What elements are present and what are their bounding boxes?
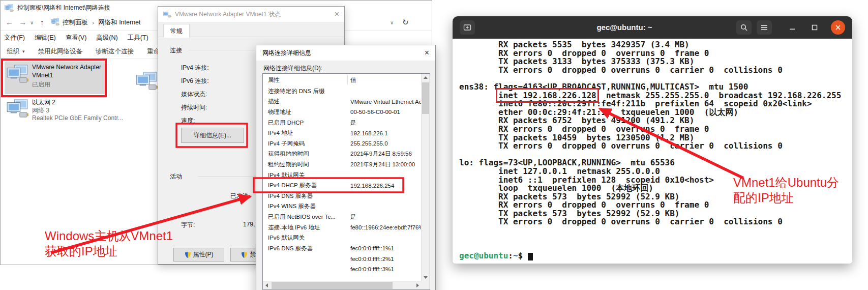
details-property: 获得租约的时间: [263, 150, 350, 158]
terminal-line: [459, 235, 852, 244]
details-row[interactable]: fec0:0:0:ffff::2%1: [263, 254, 421, 265]
close-icon[interactable]: ×: [425, 48, 429, 57]
details-property: 物理地址: [263, 108, 350, 116]
search-icon: [740, 24, 748, 32]
menu-button[interactable]: [757, 20, 772, 35]
details-row[interactable]: 连接-本地 IPv6 地址fe80::1966:24ee:ebdf:7f76%6: [263, 222, 421, 233]
details-button-label: 详细信息(E)...: [194, 131, 231, 140]
details-value: 是: [350, 213, 421, 221]
dialog-titlebar: 网络连接详细信息 ×: [256, 45, 435, 61]
search-button[interactable]: [736, 20, 752, 35]
menu-item[interactable]: 文件(F): [4, 34, 25, 42]
menu-item[interactable]: 查看(V): [66, 34, 87, 42]
menu-item[interactable]: 工具(T): [128, 34, 148, 42]
tab-strip: 常规: [158, 22, 344, 37]
details-value: fec0:0:0:ffff::1%1: [350, 245, 421, 251]
horizontal-scrollbar[interactable]: [263, 281, 422, 289]
details-property: 描述: [263, 98, 350, 105]
terminal-title: gec@ubuntu: ~: [524, 16, 725, 39]
details-row[interactable]: 连接特定的 DNS 后缀: [263, 86, 421, 97]
adapter-plug-icon: [163, 11, 171, 18]
sent-label: 已发送: [230, 192, 249, 200]
uac-shield-icon: [241, 251, 248, 258]
tab-general[interactable]: 常规: [163, 24, 190, 38]
toolbar-item[interactable]: 诊断这个连接: [96, 47, 134, 56]
details-row[interactable]: IPv4 DHCP 服务器192.168.226.254: [263, 180, 421, 191]
scroll-left-icon[interactable]: [265, 283, 268, 287]
details-row[interactable]: IPv4 子网掩码255.255.255.0: [263, 138, 421, 149]
close-icon[interactable]: ×: [335, 10, 339, 19]
organize-button[interactable]: 组织: [7, 47, 19, 56]
details-button[interactable]: 详细信息(E)...: [181, 128, 244, 143]
back-icon[interactable]: ←: [6, 18, 13, 26]
adapter-name[interactable]: 以太网 2: [32, 98, 55, 107]
breadcrumb-item-control-panel[interactable]: 控制面板: [63, 18, 88, 27]
details-value: 2021年9月24日 8:59:56: [350, 150, 421, 158]
details-value: 192.168.226.254: [350, 183, 421, 189]
details-rows: 连接特定的 DNS 后缀描述VMware Virtual Ethernet Ad…: [263, 86, 421, 275]
terminal-line: TX errors 0 dropped 0 overruns 0 carrier…: [459, 142, 852, 151]
new-tab-icon: [463, 24, 471, 31]
details-property: 连接特定的 DNS 后缀: [263, 88, 350, 95]
forward-icon[interactable]: →: [19, 18, 26, 26]
details-value: fec0:0:0:ffff::2%1: [350, 256, 421, 262]
terminal-text: TX errors 0 dropped 0 overruns 0 carrier…: [459, 65, 783, 75]
close-button[interactable]: [831, 20, 845, 35]
adapter-status: 已启用: [32, 80, 50, 89]
details-property: IPv6 默认网关: [263, 234, 350, 242]
menu-item[interactable]: 编辑(E): [35, 34, 56, 42]
scroll-up-icon[interactable]: [424, 76, 428, 79]
details-property: 已启用 NetBIOS over Tc...: [263, 213, 350, 221]
scrollbar-thumb[interactable]: [272, 282, 393, 289]
toolbar-item[interactable]: 禁用此网络设备: [38, 47, 83, 56]
details-property: IPv4 DHCP 服务器: [263, 182, 350, 189]
up-icon[interactable]: ↑: [40, 18, 44, 26]
details-row[interactable]: IPv6 DNS 服务器fec0:0:0:ffff::1%1: [263, 243, 421, 254]
adapter-icon-vmnet1[interactable]: [7, 65, 29, 86]
details-row[interactable]: IPv4 DNS 服务器: [263, 191, 421, 201]
group-label-connection: 连接: [170, 46, 182, 55]
scroll-right-icon[interactable]: [416, 283, 419, 287]
status-row-label: IPv4 连接:: [181, 64, 209, 77]
details-row[interactable]: 获得租约的时间2021年9月24日 8:59:56: [263, 149, 421, 160]
uac-shield-icon: [185, 251, 191, 258]
details-row[interactable]: IPv6 默认网关: [263, 233, 421, 243]
maximize-icon: [812, 24, 818, 31]
menu-item[interactable]: 高级(N): [96, 34, 117, 42]
breadcrumb-separator: ›: [92, 19, 94, 26]
details-row[interactable]: 物理地址00-50-56-C0-00-01: [263, 107, 421, 118]
details-row[interactable]: 已启用 NetBIOS over Tc...是: [263, 212, 421, 222]
details-row[interactable]: IPv4 地址192.168.226.1: [263, 128, 421, 138]
terminal-output[interactable]: RX packets 5535 bytes 3429357 (3.4 MB) R…: [453, 39, 852, 264]
adapter-device: Realtek PCIe GbE Family Contr...: [32, 114, 123, 122]
vertical-scrollbar[interactable]: [421, 74, 430, 281]
address-dropdown-icon[interactable]: ∨: [390, 20, 394, 25]
details-value: fe80::1966:24ee:ebdf:7f76%6: [350, 224, 421, 230]
breadcrumb-item-network-internet[interactable]: 网络和 Internet: [98, 18, 140, 27]
properties-button[interactable]: 属性(P): [173, 248, 224, 262]
adapter-icon-partial[interactable]: [136, 72, 158, 93]
bytes-value: 179,: [243, 221, 255, 228]
details-property: IPv4 DNS 服务器: [263, 192, 350, 200]
terminal-cursor: [528, 253, 533, 260]
refresh-icon[interactable]: ↻: [402, 18, 409, 27]
adapter-name[interactable]: VMware Network Adapter: [32, 64, 101, 71]
scroll-down-icon[interactable]: [424, 276, 428, 279]
adapter-name-2[interactable]: VMnet1: [32, 72, 53, 79]
adapter-icon-ethernet2[interactable]: [7, 99, 29, 121]
maximize-button[interactable]: [811, 23, 819, 32]
new-tab-button[interactable]: [460, 20, 475, 35]
details-property: IPv4 默认网关: [263, 171, 350, 179]
recent-pages-chevron-icon[interactable]: ∨: [30, 20, 34, 25]
details-value: 192.168.226.1: [350, 130, 421, 136]
details-property: 已启用 DHCP: [263, 119, 350, 127]
details-row[interactable]: IPv4 默认网关: [263, 170, 421, 181]
details-row[interactable]: fec0:0:0:ffff::3%1: [263, 264, 421, 275]
details-row[interactable]: IPv4 WINS 服务器: [263, 201, 421, 212]
details-row[interactable]: 已启用 DHCP是: [263, 118, 421, 128]
details-row[interactable]: 租约过期的时间2021年9月24日 13:00:00: [263, 159, 421, 170]
details-row[interactable]: 描述VMware Virtual Ethernet Adapter for: [263, 97, 421, 107]
scrollbar-thumb[interactable]: [422, 82, 429, 114]
minimize-button[interactable]: [788, 23, 796, 32]
details-value: 00-50-56-C0-00-01: [350, 109, 421, 115]
